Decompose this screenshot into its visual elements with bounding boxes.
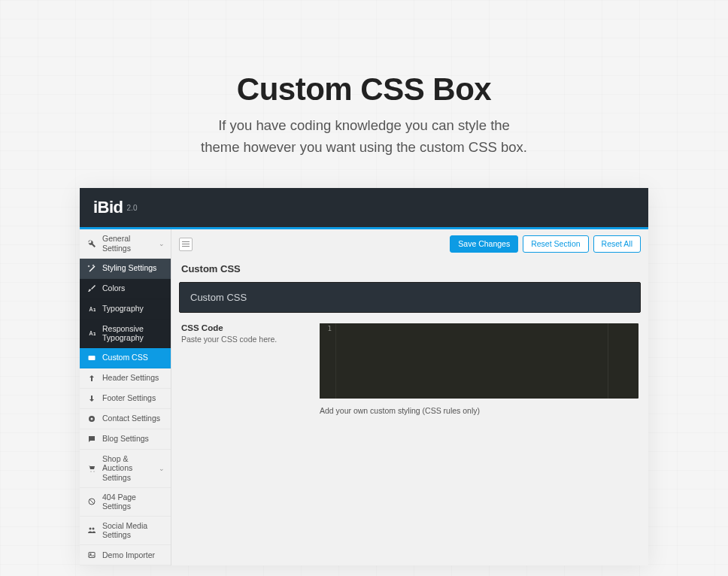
svg-line-4 [89,499,94,504]
hero: Custom CSS Box If you have coding knowle… [0,0,728,158]
panel-body: General Settings ⌄ Styling Settings Colo… [80,229,648,565]
svg-point-5 [89,528,92,530]
panel-header: iBid 2.0 [80,188,648,229]
block-title: Custom CSS [179,282,641,313]
font-icon [86,328,98,338]
svg-point-6 [93,528,95,530]
location-icon [86,414,98,424]
sidebar-item-typography[interactable]: Typography [80,299,171,320]
css-code-editor[interactable]: 1 [320,323,639,399]
main-content: Save Changes Reset Section Reset All Cus… [171,229,648,565]
field-meta: CSS Code Paste your CSS code here. [181,323,309,344]
sidebar-item-demo-importer[interactable]: Demo Importer [80,545,171,565]
field-label: CSS Code [181,323,309,332]
font-icon [86,304,98,314]
sidebar-item-shop-auctions-settings[interactable]: Shop & Auctions Settings ⌄ [80,450,171,488]
field-row-css: CSS Code Paste your CSS code here. 1 Add… [181,323,639,415]
wrench-icon [86,238,98,249]
sidebar-item-colors[interactable]: Colors [80,279,171,299]
sidebar-item-responsive-typography[interactable]: Responsive Typography [80,320,171,348]
save-button[interactable]: Save Changes [450,235,518,253]
content: Custom CSS Custom CSS CSS Code Paste you… [171,263,648,430]
sidebar-item-label: 404 Page Settings [102,493,165,511]
sidebar-item-label: Social Media Settings [102,521,165,540]
users-icon [86,525,98,535]
sidebar-item-social-media-settings[interactable]: Social Media Settings [80,517,171,545]
arrow-up-icon [86,373,98,383]
sidebar-item-header-settings[interactable]: Header Settings [80,368,171,389]
admin-panel: iBid 2.0 General Settings ⌄ Styling Sett… [80,188,648,565]
sidebar-item-label: Typography [102,304,165,314]
sidebar-item-label: Shop & Auctions Settings [102,454,159,483]
svg-rect-7 [89,552,95,557]
brush-icon [86,283,98,294]
css-icon [86,353,98,363]
chevron-down-icon: ⌄ [159,240,165,247]
sidebar-item-label: Blog Settings [102,434,165,444]
hero-title: Custom CSS Box [0,71,728,108]
sidebar-item-contact-settings[interactable]: Contact Settings [80,409,171,429]
sidebar-item-label: General Settings [102,234,159,253]
sidebar-item-label: Responsive Typography [102,324,165,343]
comment-icon [86,434,98,444]
sidebar-item-label: Demo Importer [102,550,165,560]
sidebar-item-label: Footer Settings [102,393,165,403]
sidebar-item-label: Custom CSS [102,353,165,362]
reset-all-button[interactable]: Reset All [593,235,641,253]
sidebar-item-general-settings[interactable]: General Settings ⌄ [80,229,171,258]
arrow-down-icon [86,393,98,404]
reset-section-button[interactable]: Reset Section [523,235,588,253]
hero-subtitle: If you have coding knowledge you can sty… [0,115,728,158]
sidebar-item-404-page-settings[interactable]: 404 Page Settings [80,488,171,517]
sidebar-item-custom-css[interactable]: Custom CSS [80,348,171,368]
cart-icon [86,463,98,474]
svg-point-2 [91,417,93,420]
brand-version: 2.0 [127,204,138,212]
sidebar-item-footer-settings[interactable]: Footer Settings [80,389,171,409]
field-desc: Paste your CSS code here. [181,335,309,344]
sidebar-item-label: Contact Settings [102,414,165,423]
image-icon [86,550,98,560]
code-area: 1 Add your own custom styling (CSS rules… [320,323,639,415]
toolbar: Save Changes Reset Section Reset All [171,229,648,259]
sidebar: General Settings ⌄ Styling Settings Colo… [80,229,171,565]
page-heading: Custom CSS [181,263,639,274]
chevron-down-icon: ⌄ [159,465,165,472]
collapse-sidebar-button[interactable] [179,238,193,251]
brand-name: iBid [93,198,123,217]
code-help: Add your own custom styling (CSS rules o… [320,406,639,415]
sidebar-item-label: Styling Settings [102,263,165,273]
wand-icon [86,263,98,274]
svg-rect-0 [89,356,96,360]
sidebar-item-label: Colors [102,283,165,293]
ban-icon [86,496,98,507]
sidebar-item-label: Header Settings [102,373,165,383]
sidebar-item-blog-settings[interactable]: Blog Settings [80,429,171,450]
sidebar-item-styling-settings[interactable]: Styling Settings [80,259,171,279]
editor-gutter: 1 [320,323,336,399]
